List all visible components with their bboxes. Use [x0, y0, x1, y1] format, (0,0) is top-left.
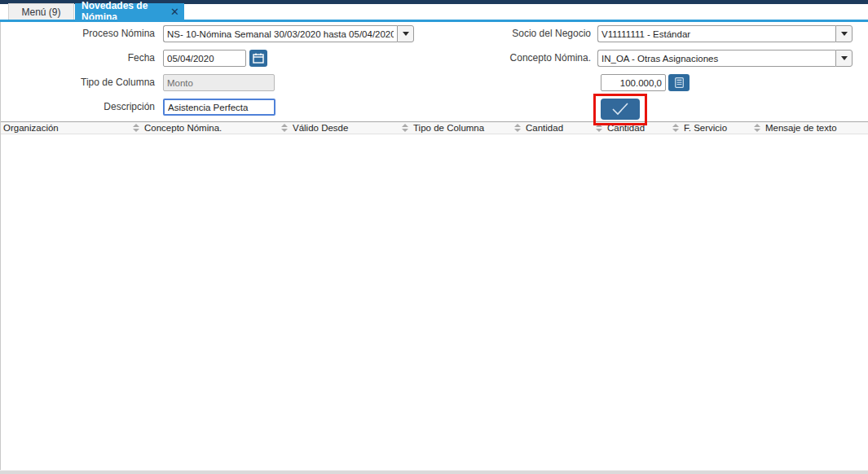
bottom-scroll-track[interactable]: [0, 470, 868, 474]
monto-input[interactable]: [601, 74, 666, 91]
confirm-button[interactable]: [601, 99, 640, 120]
fecha-label: Fecha: [0, 50, 155, 67]
tab-menu-label: Menú (9): [21, 7, 60, 18]
concepto-nomina-label: Concepto Nómina.: [440, 50, 591, 67]
column-header-mensaje-de-texto[interactable]: Mensaje de texto: [763, 122, 868, 134]
proceso-nomina-combobox: [163, 25, 414, 42]
tipo-de-columna-label: Tipo de Columna: [0, 74, 155, 91]
calendar-button[interactable]: [249, 50, 267, 67]
column-header-cantidad-1[interactable]: Cantidad: [523, 122, 605, 134]
socio-del-negocio-combobox: [597, 25, 853, 42]
chevron-down-icon: [403, 32, 409, 36]
concepto-nomina-combobox: [597, 50, 853, 67]
column-header-organizacion[interactable]: Organización: [1, 122, 142, 134]
sort-icon: [281, 124, 288, 132]
calendar-icon: [253, 53, 264, 64]
app-window: Menú (9) Novedades de Nómina ✕ Proceso N…: [0, 0, 868, 474]
tipo-de-columna-input: [163, 74, 275, 91]
sort-icon: [754, 124, 760, 132]
socio-del-negocio-dropdown-button[interactable]: [835, 25, 853, 42]
calculator-icon: [675, 77, 684, 88]
tabbar-accent-strip: [0, 20, 868, 22]
results-table-header: Organización Concepto Nómina. Válido Des…: [1, 121, 868, 134]
tab-menu[interactable]: Menú (9): [8, 3, 74, 20]
descripcion-input[interactable]: [163, 99, 275, 116]
concepto-nomina-dropdown-button[interactable]: [835, 50, 853, 67]
close-icon[interactable]: ✕: [169, 7, 181, 17]
calculator-button[interactable]: [668, 74, 690, 91]
chevron-down-icon: [841, 32, 848, 36]
chevron-down-icon: [841, 56, 848, 60]
column-header-cantidad-2[interactable]: Cantidad: [605, 122, 681, 134]
proceso-nomina-dropdown-button[interactable]: [397, 25, 414, 42]
column-header-valido-desde[interactable]: Válido Desde: [290, 122, 411, 134]
column-header-tipo-de-columna[interactable]: Tipo de Columna: [411, 122, 523, 134]
sort-icon: [133, 124, 139, 132]
checkmark-icon: [611, 103, 629, 116]
concepto-nomina-input[interactable]: [597, 50, 835, 67]
column-header-concepto-nomina[interactable]: Concepto Nómina.: [142, 122, 290, 134]
sort-icon: [514, 124, 521, 132]
sort-icon: [596, 124, 602, 132]
socio-del-negocio-label: Socio del Negocio: [440, 25, 591, 42]
socio-del-negocio-input[interactable]: [597, 25, 835, 42]
sort-icon: [402, 124, 408, 132]
proceso-nomina-label: Proceso Nómina: [0, 25, 155, 42]
sort-icon: [672, 124, 679, 132]
tab-novedades-de-nomina[interactable]: Novedades de Nómina ✕: [75, 3, 184, 20]
proceso-nomina-input[interactable]: [163, 25, 397, 42]
fecha-input[interactable]: [163, 50, 246, 67]
descripcion-label: Descripción: [0, 99, 155, 116]
column-header-f-servicio[interactable]: F. Servicio: [681, 122, 763, 134]
